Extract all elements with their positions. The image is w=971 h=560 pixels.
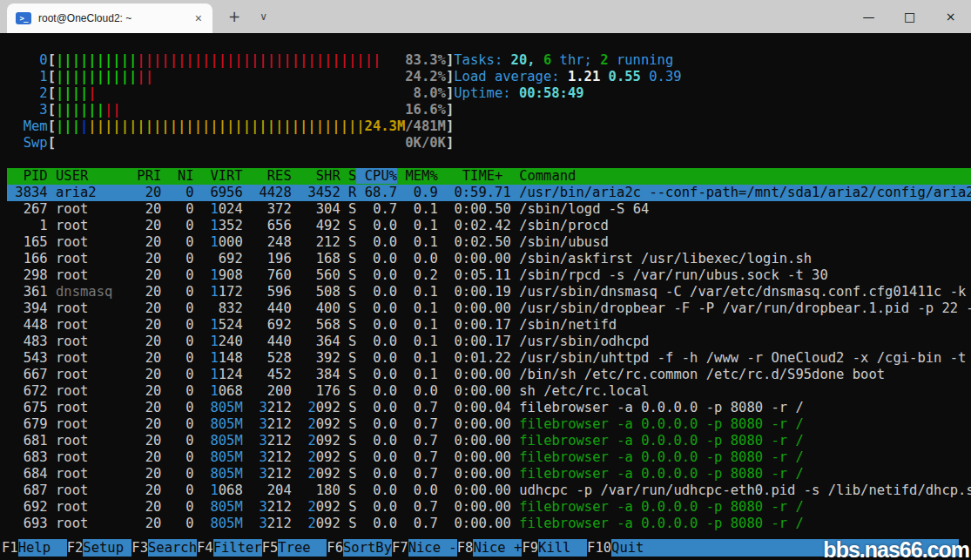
time-plus: 0:00.00 [446,367,511,382]
time-plus: 0:00.00 [446,251,511,267]
process-row[interactable]: 3834 aria2 20 0 6956 4428 3452 R 68.7 0.… [7,185,971,201]
user: root [56,251,129,267]
process-row[interactable]: 394 root 20 0 832 440 400 S 0.0 0.1 0:00… [7,300,971,317]
fkey-action-setup[interactable]: Setup [83,539,131,557]
cpu-pct: 0.0 [365,383,397,399]
priority: 20 [137,499,161,515]
tab-close-icon[interactable]: × [193,11,204,25]
cpu-pct: 0.0 [365,234,397,250]
process-row[interactable]: 361 dnsmasq 20 0 1172 596 508 S 0.0 0.1 … [7,284,971,300]
fkey-action-nice-[interactable]: Nice - [408,539,457,557]
fkey-F10[interactable]: F10 [587,539,611,557]
user: root [56,367,129,382]
state: S [348,516,356,531]
fkey-F8[interactable]: F8 [457,539,474,557]
col-mempct[interactable]: MEM% [405,168,437,184]
process-row[interactable]: 483 root 20 0 1240 440 364 S 0.0 0.1 0:0… [7,334,971,350]
fkey-F4[interactable]: F4 [197,539,213,557]
process-row[interactable]: 684 root 20 0 805M 3212 2092 S 0.0 0.7 0… [7,466,971,482]
fkey-action-search[interactable]: Search [148,539,197,557]
state: S [348,251,356,267]
col-virt[interactable]: VIRT [202,168,243,184]
pid: 672 [7,383,48,399]
res: 200 [251,383,292,399]
shr-hi: 2 [307,466,315,482]
virt: 805M [202,466,243,482]
fkey-F2[interactable]: F2 [67,539,84,557]
virt-hi: 1 [210,234,218,250]
fkey-F3[interactable]: F3 [131,539,148,557]
fkey-F9[interactable]: F9 [522,539,538,557]
time-plus: 0:00.17 [446,317,511,333]
col-res[interactable]: RES [251,168,292,184]
virt-hi: 1 [210,218,218,233]
process-row[interactable]: 679 root 20 0 805M 3212 2092 S 0.0 0.7 0… [7,416,971,433]
fkey-action-help[interactable]: Help [18,539,67,557]
res: 3212 [251,449,292,465]
minimize-button[interactable]: — [848,10,889,24]
process-row[interactable]: 448 root 20 0 1524 692 568 S 0.0 0.1 0:0… [7,317,971,334]
fkey-F7[interactable]: F7 [392,539,408,557]
process-row[interactable]: 267 root 20 0 1024 372 304 S 0.7 0.1 0:0… [7,201,971,218]
command: filebrowser -a 0.0.0.0 -p 8080 -r / [519,516,804,531]
pid: 684 [7,466,48,482]
process-row[interactable]: 693 root 20 0 805M 3212 2092 S 0.0 0.7 0… [7,516,971,532]
process-row[interactable]: 681 root 20 0 805M 3212 2092 S 0.0 0.7 0… [7,433,971,449]
state: S [348,433,356,449]
process-row[interactable]: 672 root 20 0 1068 200 176 S 0.0 0.0 0:0… [7,383,971,400]
close-button[interactable]: × [930,10,971,24]
col-pid[interactable]: PID [7,168,48,184]
mem-pct: 0.7 [405,499,437,515]
red-bars: | [88,85,96,101]
process-row[interactable]: 298 root 20 0 1908 760 560 S 0.0 0.2 0:0… [7,267,971,284]
fkey-action-filter[interactable]: Filter [213,539,262,557]
command: /usr/bin/aria2c --conf-path=/mnt/sda1/ar… [519,185,971,200]
state: S [348,284,356,300]
new-tab-button[interactable]: + [228,8,240,25]
fkey-action-tree[interactable]: Tree [278,539,327,557]
fkey-F6[interactable]: F6 [327,539,343,557]
fkey-F5[interactable]: F5 [262,539,279,557]
process-row[interactable]: 1 root 20 0 1352 656 492 S 0.0 0.1 0:02.… [7,218,971,234]
state: S [348,317,356,333]
col-shr[interactable]: SHR [300,168,341,184]
meter-track-mem: ||||||||||||||||||||||||||||||||||||||24… [56,118,446,135]
virt: 1148 [202,350,243,366]
fkey-action-nice-[interactable]: Nice + [473,539,522,557]
res: 3212 [251,400,292,415]
fkey-F1[interactable]: F1 [2,539,18,557]
col-timeplus[interactable]: TIME+ [446,168,511,184]
process-row[interactable]: 675 root 20 0 805M 3212 2092 S 0.0 0.7 0… [7,400,971,416]
col-user[interactable]: USER [56,168,129,184]
time-plus: 0:00.19 [446,284,511,300]
priority: 20 [137,284,161,300]
col-pri[interactable]: PRI [137,168,161,184]
cpu-pct: 0.0 [365,334,397,349]
process-row[interactable]: 667 root 20 0 1124 452 384 S 0.0 0.1 0:0… [7,367,971,383]
meter-value-cpu2: 8.0% [414,85,446,102]
user: root [56,234,129,250]
time-plus: 0:01.22 [446,350,511,366]
maximize-button[interactable]: □ [889,10,930,24]
priority: 20 [137,201,161,217]
process-row[interactable]: 692 root 20 0 805M 3212 2092 S 0.0 0.7 0… [7,499,971,516]
process-row[interactable]: 683 root 20 0 805M 3212 2092 S 0.0 0.7 0… [7,449,971,466]
priority: 20 [137,267,161,283]
col-command[interactable]: Command [519,168,576,184]
tasks-line-part: running [609,52,674,68]
process-row[interactable]: 543 root 20 0 1148 528 392 S 0.0 0.1 0:0… [7,350,971,367]
tab-dropdown-icon[interactable]: ∨ [260,10,267,23]
terminal-tab[interactable]: >_ root@OneCloud2: ~ × [7,3,212,33]
process-row[interactable]: 165 root 20 0 1000 248 212 S 0.0 0.1 0:0… [7,234,971,251]
fkey-action-kill[interactable]: Kill [538,539,587,557]
col-cpupct[interactable]: CPU% [356,168,397,184]
green-bars: |||||| [56,102,105,118]
virt: 1172 [202,284,243,300]
process-row[interactable]: 687 root 20 0 1068 204 180 S 0.0 0.0 0:0… [7,482,971,499]
priority: 20 [137,234,161,250]
process-row[interactable]: 166 root 20 0 692 196 168 S 0.0 0.0 0:00… [7,251,971,267]
fkey-action-sortby[interactable]: SortBy [343,539,392,557]
meter-bars-mem: |||||||||||||||||||||||||||||||||||||| [56,118,365,134]
res: 528 [251,350,292,366]
col-ni[interactable]: NI [170,168,194,184]
